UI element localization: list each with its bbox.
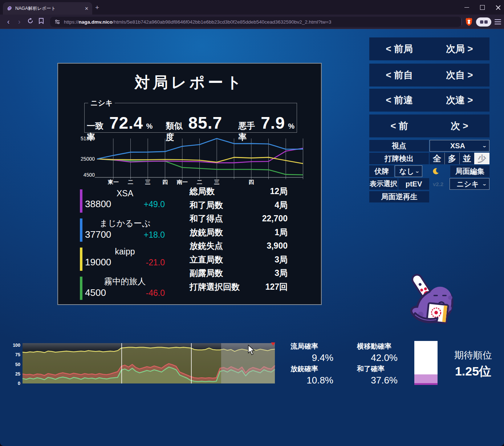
url-text[interactable]: https://naga.dmv.nico/htmls/5e81b742a960… <box>64 19 331 25</box>
page-title: 対局レポート <box>58 72 321 93</box>
next-button[interactable]: 次 > <box>430 114 490 137</box>
match-rate-unit: % <box>146 122 153 130</box>
dark-mode-toggle[interactable] <box>423 165 449 177</box>
brave-shield-icon[interactable] <box>465 17 473 26</box>
brave-rewards-button[interactable] <box>476 17 491 27</box>
player-summary-fieldset: ニシキ 一致率 72.4 % 類似度 85.7 悪手率 7.9 % <box>84 98 297 133</box>
svg-text:三: 三 <box>145 179 151 185</box>
svg-text:25: 25 <box>15 371 20 377</box>
close-icon[interactable] <box>496 5 500 10</box>
naga-mascot <box>407 273 459 329</box>
stats-table: 総局数12局 和了局数4局 和了得点22,700 放銃局数1局 放銃失点3,90… <box>190 186 288 295</box>
player-color-bar <box>80 189 82 213</box>
probability-seek-chart[interactable]: 1007550250 <box>11 341 278 388</box>
next-self-button[interactable]: 次自 > <box>430 64 490 87</box>
dahai-detect-label: 打牌検出 <box>369 153 429 164</box>
naga-favicon <box>7 5 12 11</box>
maximize-icon[interactable] <box>480 5 485 10</box>
url-bar[interactable]: https://naga.dmv.nico/htmls/5e81b742a960… <box>50 17 461 27</box>
dahai-detect-segments: 全 多 並 少 <box>430 153 489 164</box>
svg-text:三: 三 <box>214 179 220 185</box>
bookmark-icon[interactable] <box>36 17 46 26</box>
chevron-down-icon: ⌄ <box>482 143 487 148</box>
bad-move-rate-value: 7.9 <box>261 113 285 133</box>
table-row: 打牌選択回数127回 <box>190 281 288 295</box>
chevron-down-icon: ⌄ <box>415 169 420 174</box>
svg-text:100: 100 <box>13 343 20 348</box>
svg-text:25000: 25000 <box>81 156 95 162</box>
report-page: 対局レポート ニシキ 一致率 72.4 % 類似度 85.7 悪手率 7.9 % <box>0 29 504 446</box>
fuse-label: 伏牌 <box>369 165 394 177</box>
ptev-button[interactable]: ptEV <box>398 178 429 190</box>
fuse-select[interactable]: なし ⌄ <box>395 165 422 177</box>
display-select-label: 表示選択 <box>369 178 398 190</box>
browser-window: NAGA解析レポート ✕ + ‹ › https://naga.dmv.nico… <box>0 0 504 446</box>
next-kyoku-button[interactable]: 次局 > <box>430 37 490 60</box>
table-row: 立直局数3局 <box>190 254 288 268</box>
prev-button[interactable]: < 前 <box>369 114 430 137</box>
svg-text:51300: 51300 <box>81 136 95 141</box>
player-color-bar <box>80 218 82 242</box>
browser-toolbar: ‹ › https://naga.dmv.nico/htmls/5e81b742… <box>0 15 504 29</box>
minimize-icon[interactable] <box>464 5 469 10</box>
rank-distribution-bar <box>414 341 438 385</box>
svg-text:4500: 4500 <box>84 172 95 178</box>
forward-icon[interactable]: › <box>14 17 25 26</box>
mouse-cursor <box>247 345 255 355</box>
win-prob-stat: 和了確率 37.6% <box>357 364 398 386</box>
title-bar: NAGA解析レポート ✕ + <box>0 0 504 15</box>
player-row: 霧中的旅人 4500-46.0 <box>80 275 165 302</box>
player-list: XSA 38800+49.0 まじかるーぷ 37700+18.0 kaipp 1… <box>80 188 165 304</box>
svg-text:二: 二 <box>197 179 202 185</box>
segment-normal[interactable]: 並 <box>459 153 474 164</box>
reverse-play-button[interactable]: 局面逆再生 <box>369 191 429 202</box>
expected-rank: 期待順位 1.25位 <box>442 349 504 380</box>
svg-text:南一: 南一 <box>176 179 188 185</box>
segment-few[interactable]: 少 <box>474 153 489 164</box>
draw-prob-stat: 流局確率 9.4% <box>290 342 333 363</box>
player-row: XSA 38800+49.0 <box>80 188 165 214</box>
viewpoint-label: 視点 <box>369 140 429 152</box>
next-mismatch-button[interactable]: 次違 > <box>430 89 490 112</box>
prev-self-button[interactable]: < 前自 <box>369 64 430 87</box>
new-tab-button[interactable]: + <box>95 4 99 12</box>
similarity-value: 85.7 <box>188 113 222 133</box>
player-color-bar <box>80 277 82 300</box>
svg-text:50: 50 <box>15 362 20 367</box>
player-row: kaipp 19000-21.0 <box>80 246 165 273</box>
tab-close-icon[interactable]: ✕ <box>85 6 89 11</box>
sideways-prob-stat: 横移動確率 42.0% <box>357 342 398 363</box>
table-row: 和了局数4局 <box>190 200 288 213</box>
svg-text:75: 75 <box>15 352 20 357</box>
viewpoint-select[interactable]: XSA ⌄ <box>430 140 489 152</box>
segment-many[interactable]: 多 <box>444 153 459 164</box>
moon-icon <box>432 167 440 175</box>
table-row: 和了得点22,700 <box>190 213 288 227</box>
nav-row-self: < 前自 次自 > <box>369 64 489 87</box>
player-select[interactable]: ニシキ ⌄ <box>450 178 489 190</box>
board-edit-button[interactable]: 局面編集 <box>450 165 489 177</box>
reload-icon[interactable] <box>25 17 36 26</box>
score-line-chart: 51300250004500東一二三四南一二三四 <box>79 136 318 185</box>
player-row: まじかるーぷ 37700+18.0 <box>80 217 165 244</box>
prev-mismatch-button[interactable]: < 前違 <box>369 89 430 112</box>
prev-kyoku-button[interactable]: < 前局 <box>369 37 430 60</box>
toolbar-divider <box>462 19 462 25</box>
player-legend: ニシキ <box>88 98 115 108</box>
back-icon[interactable]: ‹ <box>3 17 14 26</box>
segment-all[interactable]: 全 <box>430 153 444 164</box>
menu-icon[interactable] <box>495 19 501 25</box>
browser-tab[interactable]: NAGA解析レポート ✕ <box>3 2 92 15</box>
svg-text:0: 0 <box>18 381 20 386</box>
nav-row-mismatch: < 前違 次違 > <box>369 89 489 112</box>
svg-text:東一: 東一 <box>107 179 119 185</box>
svg-text:二: 二 <box>128 179 133 185</box>
site-settings-icon[interactable] <box>54 19 60 25</box>
svg-text:四: 四 <box>162 179 168 185</box>
table-row: 副露局数3局 <box>190 268 288 281</box>
nav-row-kyoku: < 前局 次局 > <box>369 37 489 60</box>
table-row: 放銃局数1局 <box>190 227 288 241</box>
chevron-down-icon: ⌄ <box>482 181 487 186</box>
window-controls <box>464 0 500 15</box>
match-rate-value: 72.4 <box>109 113 143 133</box>
